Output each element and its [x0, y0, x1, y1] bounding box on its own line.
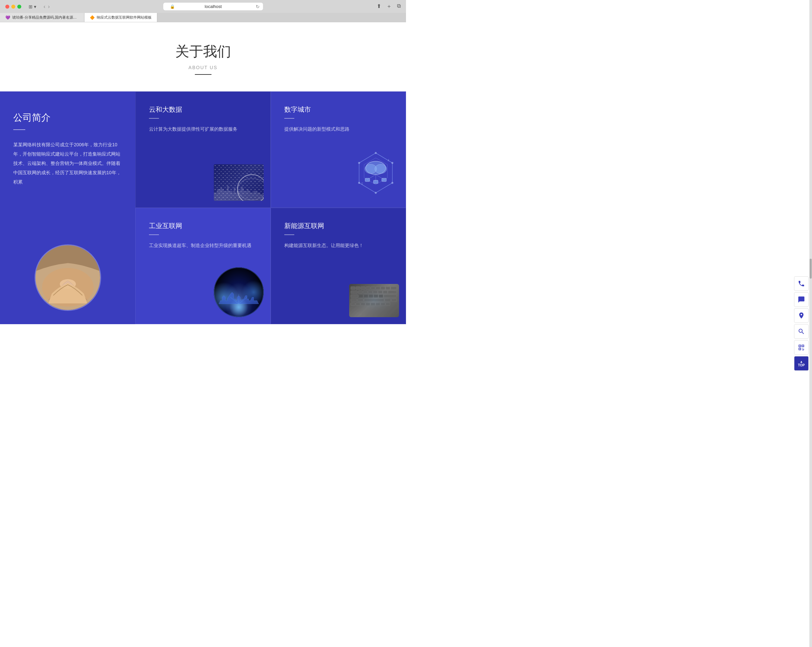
new-tab-icon[interactable]: ＋ [386, 3, 392, 10]
reload-button[interactable]: ↻ [256, 4, 260, 9]
tab-2[interactable]: 🔶 响应式云数据互联网软件网站模板 [84, 13, 157, 22]
world-map-visual [214, 164, 264, 201]
svg-point-7 [375, 164, 387, 174]
about-header: 关于我们 ABOUT US [0, 22, 406, 92]
card2-description: 提供解决问题的新型模式和思路 [284, 125, 392, 133]
tab-1[interactable]: 💜 琥珀番-分享精品免费源码,国内著名源码社区！ [0, 13, 84, 22]
browser-chrome: ⊞ ▾ ‹ › 🔒 ↻ ⬆ ＋ ⧉ 💜 琥珀番-分享精品免费源码,国内著名源码社… [0, 0, 406, 22]
world-map-image [214, 164, 264, 201]
tab1-icon: 💜 [5, 15, 10, 20]
svg-point-17 [391, 162, 393, 164]
lock-icon: 🔒 [170, 4, 175, 9]
card2-title: 数字城市 [284, 105, 392, 114]
svg-point-18 [391, 182, 393, 184]
url-input[interactable] [163, 3, 263, 10]
hands-svg [35, 246, 100, 310]
card1-title: 云和大数据 [149, 105, 257, 114]
keyboard-image [349, 284, 399, 317]
company-intro-title: 公司简介 [13, 111, 122, 124]
hex-cloud-svg: ♪ ♫ [349, 146, 402, 200]
svg-point-22 [214, 268, 263, 317]
card-cloud-bigdata: 云和大数据 云计算为大数据提供弹性可扩展的数据服务 [135, 92, 271, 208]
industrial-image [214, 267, 264, 317]
svg-rect-12 [373, 180, 378, 183]
address-bar-container: 🔒 ↻ [54, 3, 373, 10]
tab1-label: 琥珀番-分享精品免费源码,国内著名源码社区！ [12, 15, 79, 20]
company-intro-image [35, 244, 101, 311]
svg-text:♪: ♪ [388, 157, 389, 162]
industrial-circle [214, 267, 264, 317]
share-icon[interactable]: ⬆ [377, 3, 381, 10]
card-digital-city: 数字城市 提供解决问题的新型模式和思路 [271, 92, 406, 208]
about-title: 关于我们 [7, 42, 399, 61]
traffic-lights [5, 5, 21, 9]
card1-divider [149, 118, 159, 119]
keyboard-svg [349, 284, 399, 317]
back-button[interactable]: ‹ [44, 4, 45, 10]
svg-rect-11 [365, 178, 370, 182]
tab2-label: 响应式云数据互联网软件网站模板 [97, 15, 152, 20]
card-industrial-internet: 工业互联网 工业实现换道超车、制造企业转型升级的重要机遇 [135, 208, 271, 324]
maximize-button[interactable] [17, 5, 21, 9]
card2-divider [284, 118, 294, 119]
svg-rect-60 [349, 284, 399, 317]
sidebar-toggle[interactable]: ⊞ ▾ [29, 4, 36, 9]
card4-divider [284, 234, 294, 235]
tab2-icon: 🔶 [90, 15, 95, 20]
company-intro-panel: 公司简介 某某网络科技有限公司成立于2006年，致力行业10年，开创智能响应式建… [0, 92, 135, 324]
card3-description: 工业实现换道超车、制造企业转型升级的重要机遇 [149, 242, 257, 249]
card4-description: 构建能源互联新生态。让用能更绿色！ [284, 242, 392, 249]
svg-point-20 [358, 182, 360, 184]
card4-title: 新能源互联网 [284, 221, 392, 230]
minimize-button[interactable] [11, 5, 15, 9]
svg-text:♫: ♫ [361, 182, 363, 185]
close-button[interactable] [5, 5, 9, 9]
keyboard-image-container [349, 284, 399, 317]
company-intro-divider [13, 129, 25, 130]
svg-rect-13 [382, 178, 386, 182]
main-grid: 公司简介 某某网络科技有限公司成立于2006年，致力行业10年，开创智能响应式建… [0, 92, 406, 324]
company-intro-description: 某某网络科技有限公司成立于2006年，致力行业10年，开创智能响应式建站云平台，… [13, 140, 122, 186]
browser-tabs: 💜 琥珀番-分享精品免费源码,国内著名源码社区！ 🔶 响应式云数据互联网软件网站… [0, 13, 406, 22]
card1-description: 云计算为大数据提供弹性可扩展的数据服务 [149, 125, 257, 133]
card3-divider [149, 234, 159, 235]
cloud-tech-image: ♪ ♫ [349, 146, 402, 201]
about-divider [195, 74, 212, 75]
hands-image [35, 246, 100, 310]
svg-point-19 [375, 192, 377, 194]
tabs-icon[interactable]: ⧉ [397, 3, 401, 10]
browser-nav: ‹ › [44, 4, 50, 10]
page-content: 关于我们 ABOUT US 公司简介 某某网络科技有限公司成立于2006年，致力… [0, 22, 406, 324]
svg-point-16 [375, 152, 377, 154]
browser-actions: ⬆ ＋ ⧉ [377, 3, 401, 10]
forward-button[interactable]: › [48, 4, 50, 10]
city-silhouette [214, 181, 264, 201]
card-new-energy: 新能源互联网 构建能源互联新生态。让用能更绿色！ [271, 208, 406, 324]
card3-title: 工业互联网 [149, 221, 257, 230]
about-subtitle: ABOUT US [7, 65, 399, 70]
svg-point-21 [358, 162, 360, 164]
city-outline-svg [214, 267, 264, 317]
